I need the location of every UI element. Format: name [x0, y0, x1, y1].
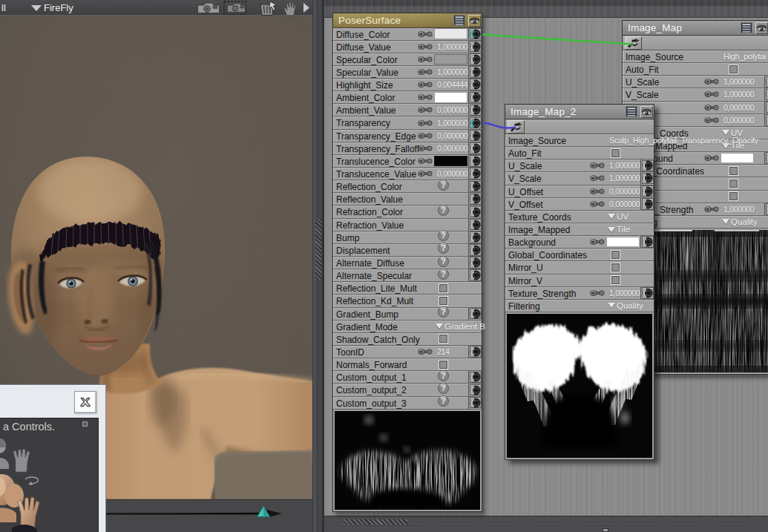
input-connector[interactable] [470, 346, 482, 358]
help-toggle[interactable]: ? [438, 370, 449, 384]
question-icon[interactable]: ? [438, 395, 449, 407]
param-value[interactable]: 0,000000 [609, 200, 640, 208]
input-connector[interactable] [470, 194, 482, 206]
question-icon[interactable]: ? [438, 256, 449, 267]
checkbox[interactable] [729, 191, 738, 201]
param-value[interactable]: 1,000000 [437, 42, 467, 51]
question-icon[interactable]: ? [438, 230, 449, 241]
input-connector[interactable] [642, 198, 654, 210]
color-swatch[interactable] [606, 237, 640, 248]
checkbox[interactable] [611, 250, 620, 260]
splitter-grip[interactable] [315, 219, 321, 280]
param-value[interactable]: 1,000000 [723, 205, 754, 214]
help-toggle[interactable]: ? [438, 395, 449, 410]
param-value[interactable]: High_polytai [723, 52, 766, 61]
input-connector[interactable] [642, 287, 654, 299]
node-title-bar[interactable]: Image_Map_2 [505, 105, 654, 119]
node-imagemap2[interactable]: Image_Map_2 [505, 104, 654, 460]
checkbox[interactable] [439, 360, 448, 370]
dropdown[interactable]: UV [608, 212, 628, 221]
param-value[interactable]: 0,000000 [723, 103, 754, 112]
color-swatch[interactable] [434, 156, 467, 167]
input-connector[interactable] [470, 130, 482, 142]
question-icon[interactable]: ? [438, 306, 449, 318]
color-swatch[interactable] [721, 153, 754, 164]
help-toggle[interactable]: ? [438, 230, 449, 244]
input-connector[interactable] [470, 168, 482, 180]
help-toggle[interactable]: ? [438, 205, 449, 219]
node-output-plug[interactable] [625, 36, 642, 50]
input-connector[interactable] [766, 89, 768, 101]
param-value[interactable]: 1,000000 [609, 174, 640, 183]
input-connector[interactable] [642, 160, 654, 172]
input-connector[interactable] [470, 117, 482, 129]
node-title-bar[interactable]: PoserSurface [333, 13, 482, 28]
help-toggle[interactable]: ? [438, 180, 449, 194]
input-connector[interactable] [766, 114, 768, 126]
preview-eye-icon[interactable] [640, 106, 653, 118]
checkbox[interactable] [439, 334, 448, 344]
question-icon[interactable]: ? [438, 370, 449, 381]
input-connector[interactable] [470, 384, 482, 396]
question-icon[interactable]: ? [438, 243, 449, 254]
pane-expand-icon[interactable] [301, 1, 312, 15]
input-connector[interactable] [470, 206, 482, 218]
input-connector[interactable] [470, 79, 482, 91]
param-value[interactable]: 1,000000 [609, 161, 640, 170]
dropdown[interactable]: Gradient B [436, 322, 485, 331]
input-connector[interactable] [470, 155, 482, 167]
checkbox[interactable] [439, 283, 448, 293]
node-menu-icon[interactable] [626, 106, 637, 117]
input-connector[interactable] [470, 53, 482, 65]
workspace-resize-dot[interactable] [603, 528, 608, 532]
input-connector[interactable] [766, 203, 768, 215]
help-toggle[interactable]: ? [438, 306, 449, 321]
param-value[interactable]: 0,000000 [723, 116, 754, 125]
delete-object-icon[interactable] [257, 1, 280, 16]
checkbox[interactable] [611, 148, 620, 158]
input-connector[interactable] [470, 142, 482, 154]
checkbox[interactable] [611, 275, 620, 285]
color-swatch[interactable] [434, 92, 467, 103]
node-posersurface[interactable]: PoserSurface [332, 13, 482, 512]
camera-controls-content[interactable]: a Controls. [0, 418, 99, 532]
param-value[interactable]: 1,000000 [437, 119, 467, 128]
node-output-plug[interactable] [508, 120, 525, 134]
input-connector[interactable] [470, 219, 482, 231]
input-connector[interactable] [470, 92, 482, 104]
renderer-selector[interactable]: FireFly [44, 2, 73, 13]
camera-select-icon[interactable] [223, 1, 249, 16]
node-menu-icon[interactable] [741, 22, 752, 33]
input-connector[interactable] [470, 41, 482, 53]
input-connector[interactable] [470, 397, 482, 409]
input-connector[interactable] [470, 231, 482, 243]
input-connector[interactable] [642, 173, 654, 185]
param-value[interactable]: 1,000000 [723, 90, 754, 99]
checkbox[interactable] [729, 179, 738, 188]
param-value[interactable]: 0,000000 [609, 187, 640, 196]
input-connector[interactable] [470, 66, 482, 78]
input-connector[interactable] [766, 76, 768, 88]
input-connector[interactable] [470, 257, 482, 269]
question-icon[interactable]: ? [438, 180, 449, 191]
camera-controls-window[interactable]: a Controls. [0, 384, 106, 532]
param-value[interactable]: Scalp_High_polytail_Transparency_Opacity [609, 136, 758, 145]
renderer-dropdown-arrow[interactable] [31, 5, 42, 11]
node-title-bar[interactable]: Image_Map [623, 21, 768, 36]
dropdown[interactable]: Tile [608, 225, 630, 234]
camera-icon[interactable] [197, 1, 220, 15]
input-connector[interactable] [642, 185, 654, 197]
input-connector[interactable] [766, 102, 768, 114]
node-menu-icon[interactable] [453, 15, 465, 26]
dropdown[interactable]: Quality [608, 301, 643, 310]
param-value[interactable]: 0,000000 [437, 131, 467, 140]
input-connector[interactable] [470, 105, 482, 116]
checkbox[interactable] [729, 65, 738, 74]
input-connector[interactable] [470, 372, 482, 384]
color-swatch[interactable] [434, 28, 467, 39]
dropdown[interactable]: Quality [722, 217, 758, 226]
param-value[interactable]: 1,000000 [609, 289, 640, 298]
input-connector[interactable] [642, 236, 654, 248]
checkbox[interactable] [729, 166, 738, 176]
help-toggle[interactable]: ? [438, 269, 449, 283]
